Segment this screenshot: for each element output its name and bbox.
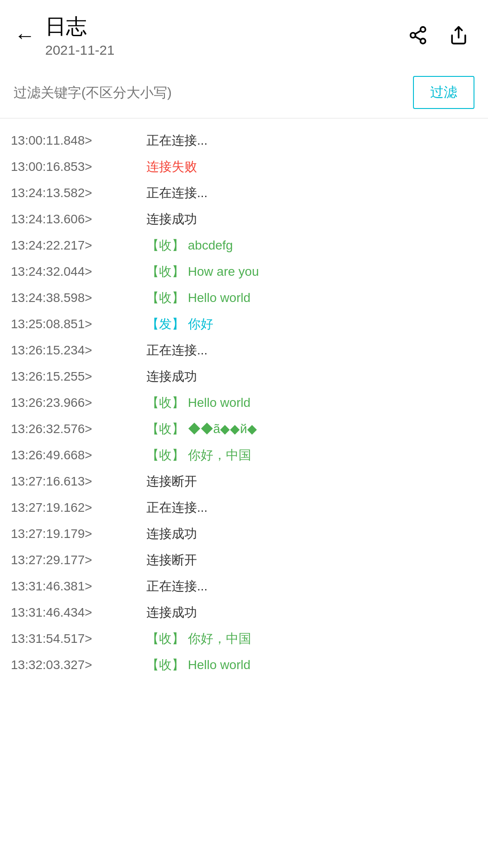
back-icon: ← bbox=[14, 23, 35, 47]
log-time: 13:26:32.576> bbox=[11, 420, 146, 439]
log-entry: 13:00:11.848> 正在连接... bbox=[11, 127, 477, 154]
log-message: 【收】 abcdefg bbox=[146, 236, 233, 255]
log-time: 13:26:49.668> bbox=[11, 446, 146, 465]
back-button[interactable]: ← bbox=[9, 19, 41, 51]
log-entry: 13:25:08.851> 【发】 你好 bbox=[11, 311, 477, 337]
log-entry: 13:27:29.177> 连接断开 bbox=[11, 547, 477, 573]
log-message: 正在连接... bbox=[146, 131, 207, 150]
filter-button[interactable]: 过滤 bbox=[413, 76, 474, 109]
svg-line-4 bbox=[415, 31, 421, 34]
header-title-area: 日志 2021-11-21 bbox=[41, 13, 402, 58]
log-entry: 13:24:32.044> 【收】 How are you bbox=[11, 259, 477, 285]
log-message: 【收】 Hello world bbox=[146, 393, 250, 412]
log-time: 13:32:03.327> bbox=[11, 656, 146, 675]
log-time: 13:26:15.234> bbox=[11, 341, 146, 360]
log-message: 正在连接... bbox=[146, 184, 207, 203]
log-entry: 13:26:49.668> 【收】 你好，中国 bbox=[11, 442, 477, 468]
log-time: 13:24:32.044> bbox=[11, 262, 146, 281]
filter-input[interactable] bbox=[14, 80, 404, 105]
log-time: 13:24:22.217> bbox=[11, 236, 146, 255]
log-time: 13:31:46.434> bbox=[11, 603, 146, 622]
log-entry: 13:24:22.217> 【收】 abcdefg bbox=[11, 232, 477, 259]
export-icon bbox=[449, 25, 469, 45]
log-entry: 13:26:23.966> 【收】 Hello world bbox=[11, 390, 477, 416]
share-icon bbox=[408, 25, 428, 45]
header-actions bbox=[402, 19, 474, 51]
log-entry: 13:24:13.582> 正在连接... bbox=[11, 180, 477, 206]
log-entry: 13:27:16.613> 连接断开 bbox=[11, 468, 477, 495]
header: ← 日志 2021-11-21 bbox=[0, 0, 488, 67]
log-time: 13:00:16.853> bbox=[11, 157, 146, 176]
log-message: 正在连接... bbox=[146, 498, 207, 517]
log-message: 连接成功 bbox=[146, 210, 197, 229]
log-message: 【发】 你好 bbox=[146, 315, 213, 334]
log-entry: 13:32:03.327> 【收】 Hello world bbox=[11, 652, 477, 678]
log-message: 连接断开 bbox=[146, 551, 197, 570]
log-message: 连接成功 bbox=[146, 367, 197, 386]
log-message: 连接失败 bbox=[146, 157, 197, 176]
log-time: 13:27:19.162> bbox=[11, 498, 146, 517]
log-time: 13:26:15.255> bbox=[11, 367, 146, 386]
log-message: 连接成功 bbox=[146, 524, 197, 543]
page-subtitle: 2021-11-21 bbox=[45, 42, 402, 58]
log-message: 正在连接... bbox=[146, 577, 207, 596]
log-entry: 13:26:15.255> 连接成功 bbox=[11, 363, 477, 390]
log-message: 连接断开 bbox=[146, 472, 197, 491]
log-list: 13:00:11.848> 正在连接...13:00:16.853> 连接失败1… bbox=[0, 118, 488, 687]
log-entry: 13:31:46.434> 连接成功 bbox=[11, 599, 477, 626]
filter-area: 过滤 bbox=[0, 67, 488, 118]
log-time: 13:00:11.848> bbox=[11, 131, 146, 150]
page-title: 日志 bbox=[45, 13, 402, 41]
log-entry: 13:27:19.162> 正在连接... bbox=[11, 495, 477, 521]
log-time: 13:24:38.598> bbox=[11, 288, 146, 307]
log-time: 13:26:23.966> bbox=[11, 393, 146, 412]
log-time: 13:31:54.517> bbox=[11, 629, 146, 648]
log-time: 13:27:16.613> bbox=[11, 472, 146, 491]
log-time: 13:31:46.381> bbox=[11, 577, 146, 596]
log-message: 【收】 Hello world bbox=[146, 656, 250, 675]
log-entry: 13:26:15.234> 正在连接... bbox=[11, 337, 477, 363]
log-entry: 13:00:16.853> 连接失败 bbox=[11, 154, 477, 180]
log-message: 连接成功 bbox=[146, 603, 197, 622]
log-entry: 13:31:46.381> 正在连接... bbox=[11, 573, 477, 599]
share-button[interactable] bbox=[402, 19, 434, 51]
log-message: 【收】 你好，中国 bbox=[146, 629, 251, 648]
log-message: 【收】 ◆◆ã◆◆й◆ bbox=[146, 420, 257, 439]
log-entry: 13:26:32.576> 【收】 ◆◆ã◆◆й◆ bbox=[11, 416, 477, 442]
svg-line-3 bbox=[415, 37, 421, 40]
log-message: 正在连接... bbox=[146, 341, 207, 360]
export-button[interactable] bbox=[443, 19, 474, 51]
log-entry: 13:24:13.606> 连接成功 bbox=[11, 206, 477, 232]
log-message: 【收】 Hello world bbox=[146, 288, 250, 307]
log-time: 13:27:29.177> bbox=[11, 551, 146, 570]
log-message: 【收】 你好，中国 bbox=[146, 446, 251, 465]
log-entry: 13:31:54.517> 【收】 你好，中国 bbox=[11, 626, 477, 652]
log-entry: 13:24:38.598> 【收】 Hello world bbox=[11, 285, 477, 311]
log-time: 13:24:13.606> bbox=[11, 210, 146, 229]
log-message: 【收】 How are you bbox=[146, 262, 259, 281]
log-entry: 13:27:19.179> 连接成功 bbox=[11, 521, 477, 547]
log-time: 13:24:13.582> bbox=[11, 184, 146, 203]
log-time: 13:27:19.179> bbox=[11, 524, 146, 543]
log-time: 13:25:08.851> bbox=[11, 315, 146, 334]
